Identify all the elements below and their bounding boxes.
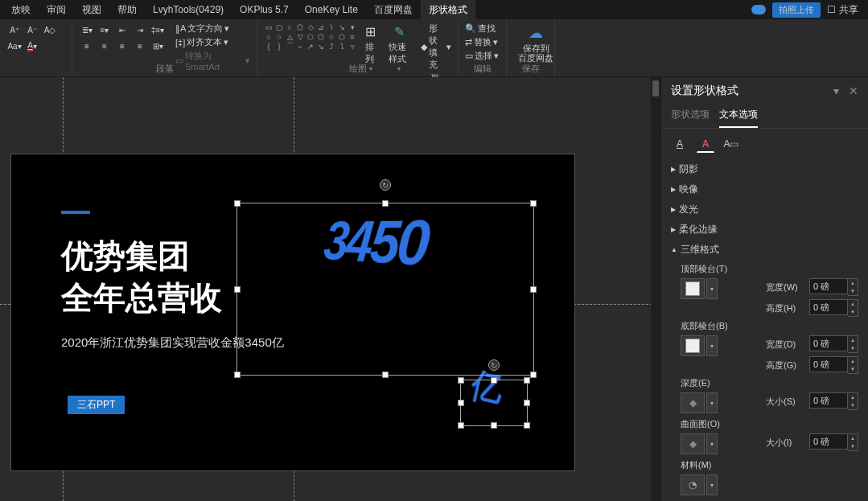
font-increase-button[interactable]: A⁺ <box>6 23 23 37</box>
workspace: 优势集团 全年总营收 2020年浙江优势集团实现营收金额3450亿 三石PPT … <box>0 77 868 501</box>
top-bevel-label: 顶部棱台(T) <box>681 263 858 275</box>
align-left-button[interactable]: ≡ <box>79 39 95 53</box>
save-group-label: 保存 <box>507 63 554 75</box>
shapes-gallery[interactable]: ▭▢○⬠◇⊿\↘▾ ○○△▽⬡⬠☆⬡≡ {}⌒⌣↗↘⤴⤵▿ <box>264 23 357 51</box>
format-shape-panel: 设置形状格式 ▾ ✕ 形状选项 文本选项 A A A▭ ▶阴影 ▶映像 ▶发光 … <box>660 77 868 501</box>
top-bevel-width-input[interactable]: ▲▼ <box>809 278 858 296</box>
tab-text-options[interactable]: 文本选项 <box>719 105 758 128</box>
resize-handle[interactable] <box>234 200 241 207</box>
slide-subtitle: 2020年浙江优势集团实现营收金额3450亿 <box>61 335 284 351</box>
bottom-bevel-width-input[interactable]: ▲▼ <box>809 335 858 353</box>
align-right-button[interactable]: ≡ <box>114 39 130 53</box>
resize-handle[interactable] <box>458 400 464 406</box>
scrollbar-vertical[interactable] <box>651 77 660 501</box>
menu-view[interactable]: 视图 <box>74 0 109 20</box>
dropdown-icon[interactable]: ▾ <box>706 392 718 413</box>
font-color-button[interactable]: A▾ <box>24 39 40 53</box>
bottom-bevel-picker[interactable] <box>681 335 705 356</box>
material-picker[interactable]: ◔ <box>681 474 705 495</box>
resize-handle[interactable] <box>491 422 497 429</box>
upload-button[interactable]: 拍照上传 <box>772 2 821 18</box>
material-label: 材料(M) <box>681 459 858 471</box>
depth-color-picker[interactable]: ◆ <box>681 392 705 413</box>
bullets-button[interactable]: ≣▾ <box>79 23 95 37</box>
resize-handle[interactable] <box>524 400 530 406</box>
resize-handle[interactable] <box>530 286 537 293</box>
panel-title: 设置形状格式 <box>671 84 738 98</box>
resize-handle[interactable] <box>530 372 537 378</box>
tab-shape-options[interactable]: 形状选项 <box>671 105 710 128</box>
save-baidu-button[interactable]: ☁ 保存到 百度网盘 <box>513 23 558 64</box>
text-fill-icon[interactable]: A <box>671 135 689 153</box>
menu-lvyhtools[interactable]: LvyhTools(0429) <box>145 1 232 18</box>
panel-close-icon[interactable]: ✕ <box>849 84 858 97</box>
resize-handle[interactable] <box>234 286 241 293</box>
section-reflection[interactable]: ▶映像 <box>661 179 868 199</box>
resize-handle[interactable] <box>458 422 464 429</box>
dropdown-icon[interactable]: ▾ <box>706 278 718 299</box>
find-button[interactable]: 🔍 查找 <box>465 23 499 35</box>
slide-tag: 三石PPT <box>68 396 125 414</box>
rotate-handle[interactable]: ↻ <box>380 179 391 191</box>
select-button[interactable]: ▭ 选择 ▾ <box>465 50 499 62</box>
top-bevel-picker[interactable] <box>681 278 705 299</box>
menu-bar: 放映 审阅 视图 帮助 LvyhTools(0429) OKPlus 5.7 O… <box>0 0 868 19</box>
font-decrease-button[interactable]: A⁻ <box>24 23 40 37</box>
scrollbar-thumb[interactable] <box>652 80 659 97</box>
cloud-icon[interactable] <box>745 3 772 16</box>
resize-handle[interactable] <box>382 200 389 207</box>
panel-menu-icon[interactable]: ▾ <box>833 84 839 97</box>
align-justify-button[interactable]: ≡ <box>132 39 148 53</box>
resize-handle[interactable] <box>524 422 530 429</box>
contour-label: 曲面图(O) <box>681 418 858 430</box>
line-spacing-button[interactable]: ‡≡▾ <box>150 23 166 37</box>
accent-bar <box>61 211 90 214</box>
menu-onekey[interactable]: OneKey Lite <box>297 1 366 18</box>
menu-okplus[interactable]: OKPlus 5.7 <box>232 1 297 18</box>
resize-handle[interactable] <box>530 200 537 207</box>
slide-title: 优势集团 全年总营收 <box>61 235 222 318</box>
paragraph-group-label: 段落 <box>72 63 257 75</box>
bottom-bevel-height-input[interactable]: ▲▼ <box>809 356 858 374</box>
section-glow[interactable]: ▶发光 <box>661 199 868 220</box>
replace-button[interactable]: ⇄ 替换 ▾ <box>465 36 499 48</box>
contour-color-picker[interactable]: ◆ <box>681 433 705 454</box>
edit-group-label: 编辑 <box>459 63 506 75</box>
dropdown-icon[interactable]: ▾ <box>706 335 718 356</box>
textbox-icon[interactable]: A▭ <box>722 135 740 153</box>
depth-size-input[interactable]: ▲▼ <box>809 392 858 410</box>
indent-inc-button[interactable]: ⇥ <box>132 23 148 37</box>
distribute-button[interactable]: ⊞▾ <box>150 39 166 53</box>
share-button[interactable]: ☐ 共享 <box>821 2 865 18</box>
unit-text[interactable]: 亿 <box>469 361 500 415</box>
top-bevel-height-input[interactable]: ▲▼ <box>809 299 858 317</box>
resize-handle[interactable] <box>382 372 389 378</box>
align-text-button[interactable]: [‡] 对齐文本 ▾ <box>175 36 250 48</box>
align-center-button[interactable]: ≡ <box>97 39 113 53</box>
section-soft-edges[interactable]: ▶柔化边缘 <box>661 220 868 240</box>
clear-format-button[interactable]: A◇ <box>42 23 58 37</box>
section-shadow[interactable]: ▶阴影 <box>661 159 868 179</box>
resize-handle[interactable] <box>524 377 530 384</box>
menu-slideshow[interactable]: 放映 <box>3 0 39 20</box>
ribbon: A⁺ A⁻ A◇ Aa▾ A▾ ≣▾ ≡▾ ⇤ ⇥ ‡≡▾ <box>0 19 868 77</box>
numbering-button[interactable]: ≡▾ <box>97 23 113 37</box>
indent-dec-button[interactable]: ⇤ <box>114 23 130 37</box>
contour-size-input[interactable]: ▲▼ <box>809 433 858 451</box>
menu-shape-format[interactable]: 形状格式 <box>421 0 475 20</box>
draw-group-label: 绘图 <box>257 63 458 75</box>
depth-label: 深度(E) <box>681 377 858 389</box>
canvas[interactable]: 优势集团 全年总营收 2020年浙江优势集团实现营收金额3450亿 三石PPT … <box>0 77 660 501</box>
bottom-bevel-label: 底部棱台(B) <box>681 320 858 332</box>
dropdown-icon[interactable]: ▾ <box>706 433 718 454</box>
menu-baidu[interactable]: 百度网盘 <box>366 0 421 20</box>
resize-handle[interactable] <box>234 372 241 378</box>
menu-review[interactable]: 审阅 <box>39 0 74 20</box>
slide[interactable]: 优势集团 全年总营收 2020年浙江优势集团实现营收金额3450亿 三石PPT … <box>10 154 575 471</box>
section-3d-format[interactable]: ▲三维格式 <box>661 240 868 260</box>
dropdown-icon[interactable]: ▾ <box>706 474 718 495</box>
highlight-button[interactable]: Aa▾ <box>6 39 23 53</box>
menu-help[interactable]: 帮助 <box>109 0 145 20</box>
text-effects-icon[interactable]: A <box>697 135 714 153</box>
text-direction-button[interactable]: ‖A 文字方向 ▾ <box>175 23 250 35</box>
